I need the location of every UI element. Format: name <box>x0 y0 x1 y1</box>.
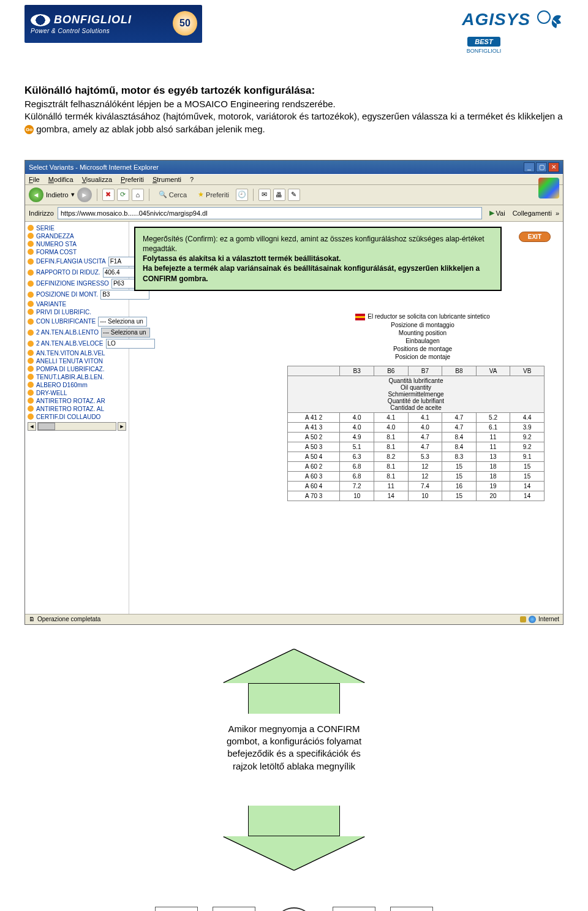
status-text: Operazione completata <box>37 616 100 622</box>
table-cell: A 60 3 <box>288 471 340 481</box>
sb-antiretro-al: ANTIRETRO ROTAZ. AL <box>36 406 104 412</box>
menu-help[interactable]: ? <box>190 176 194 183</box>
table-cell: 8.1 <box>374 471 409 481</box>
arrow-down-body <box>248 806 340 836</box>
sb-serie: SERIE <box>36 225 55 232</box>
table-cell: 12 <box>408 471 442 481</box>
table-cell: 20 <box>476 491 510 501</box>
table-head-row: B3 B6 B7 B8 VA VB <box>288 366 545 376</box>
window-titlebar: Select Variants - Microsoft Internet Exp… <box>25 161 563 174</box>
gearbox-icon-2 <box>213 907 255 911</box>
bonfiglioli-logo: BONFIGLIOLI Power & Control Solutions 50 <box>24 5 202 43</box>
sb-drywell: DRY-WELL <box>36 390 67 396</box>
sb-tenut: TENUT.LABIR.ALB.LEN. <box>36 374 104 380</box>
table-cell: A 50 3 <box>288 442 340 452</box>
callout-line-1: Megerősítés (Confirm): ez a gomb villogn… <box>143 234 493 254</box>
bullet-icon <box>28 341 34 347</box>
table-row: A 50 35.18.14.78.4119.2 <box>288 442 545 452</box>
scroll-left-button[interactable]: ◄ <box>28 422 36 431</box>
table-cell: A 41 3 <box>288 422 340 432</box>
qty-de: Schmiermittelmenge <box>292 391 540 398</box>
pos-es: Posicion de montaje <box>287 353 558 361</box>
scroll-track[interactable] <box>37 422 116 431</box>
pos-en: Mounting position <box>287 329 558 337</box>
menu-modifica[interactable]: Modifica <box>48 176 74 183</box>
table-cell: 4.1 <box>408 412 442 422</box>
search-button[interactable]: 🔍Cerca <box>154 189 191 200</box>
qty-en: Oil quantity <box>292 384 540 391</box>
links-expand-icon[interactable]: » <box>556 210 559 217</box>
table-cell: 14 <box>374 491 409 501</box>
go-button[interactable]: ▶Vai <box>486 208 509 217</box>
forward-button[interactable]: ► <box>77 187 92 202</box>
footer-icons: Gruppo Bonfiglioli <box>24 907 564 911</box>
sb-variante: VARIANTE <box>36 301 66 308</box>
intro-2a: Különálló termék kiválasztásához (hajtóm… <box>24 111 563 121</box>
exit-button[interactable]: EXIT <box>519 232 551 242</box>
table-cell: 8.4 <box>442 432 477 442</box>
menu-preferiti[interactable]: Preferiti <box>121 176 144 183</box>
scroll-thumb[interactable] <box>38 423 55 430</box>
sb-grandezza: GRANDEZZA <box>36 233 74 240</box>
fav-label: Preferiti <box>206 191 229 198</box>
stop-button[interactable]: ✖ <box>102 189 115 201</box>
table-subhead: Quantità lubrificante Oil quantity Schmi… <box>288 376 545 412</box>
th-0 <box>288 366 340 376</box>
arrow-up-head <box>224 649 364 683</box>
table-cell: 4.9 <box>340 432 374 442</box>
table-cell: 14 <box>510 491 545 501</box>
sidebar-hscroll[interactable]: ◄ ► <box>25 421 129 432</box>
bullet-icon <box>28 319 34 325</box>
browser-window: Select Variants - Microsoft Internet Exp… <box>24 160 564 625</box>
table-cell: 5.2 <box>476 412 510 422</box>
table-cell: 16 <box>442 481 477 491</box>
table-cell: 8.1 <box>374 432 409 442</box>
table-cell: 12 <box>408 461 442 471</box>
table-cell: 8.1 <box>374 442 409 452</box>
menu-file[interactable]: FFileile <box>29 176 40 183</box>
arrow-down <box>224 806 364 870</box>
sb-flangia: DEFIN.FLANGIA USCITA <box>36 258 106 265</box>
table-row: A 60 36.88.112151815 <box>288 471 545 481</box>
menu-bar: FFileile Modifica Visualizza Preferiti S… <box>25 174 563 184</box>
sb-viton-vel: AN.TEN.VITON ALB.VEL <box>36 350 105 357</box>
menu-strumenti[interactable]: Strumenti <box>153 176 181 183</box>
table-cell: 11 <box>476 442 510 452</box>
maximize-button[interactable]: ▢ <box>536 162 547 172</box>
page-header: BONFIGLIOLI Power & Control Solutions 50… <box>24 0 564 54</box>
refresh-button[interactable]: ⟳ <box>117 189 129 201</box>
close-button[interactable]: ✕ <box>548 162 559 172</box>
favorites-button[interactable]: ★Preferiti <box>194 189 233 200</box>
minimize-button[interactable]: _ <box>524 162 535 172</box>
back-dropdown-icon[interactable]: ▾ <box>71 191 75 198</box>
anniversary-badge: 50 <box>173 11 197 36</box>
qty-fr: Quantité de lubrifiant <box>292 398 540 404</box>
th-b6: B6 <box>374 366 409 376</box>
scroll-right-button[interactable]: ► <box>118 422 126 431</box>
table-cell: 9.2 <box>510 442 545 452</box>
table-cell: 8.2 <box>374 452 409 461</box>
print-button[interactable]: 🖶 <box>273 189 285 201</box>
menu-visualizza[interactable]: Visualizza <box>82 176 112 183</box>
lock-icon <box>520 616 526 622</box>
bullet-icon <box>28 309 34 315</box>
address-input[interactable] <box>58 207 482 219</box>
bullet-icon <box>28 382 34 388</box>
edit-button[interactable]: ✎ <box>288 189 300 201</box>
links-label[interactable]: Collegamenti <box>513 210 552 217</box>
home-button[interactable]: ⌂ <box>132 189 144 201</box>
status-bar: 🗎Operazione completata Internet <box>25 614 563 624</box>
table-cell: 7.2 <box>340 481 374 491</box>
gearbox-icon-3 <box>333 907 375 911</box>
table-cell: 6.8 <box>340 461 374 471</box>
history-button[interactable]: 🕘 <box>236 189 248 201</box>
mail-button[interactable]: ✉ <box>258 189 271 201</box>
table-cell: A 50 2 <box>288 432 340 442</box>
back-button[interactable]: ◄ <box>29 187 43 202</box>
sb-albero: ALBERO D160mm <box>36 382 88 388</box>
sb-ingresso: DEFINIZIONE INGRESSO <box>36 280 109 287</box>
bonfiglioli-tagline: Power & Control Solutions <box>31 28 196 34</box>
sb-anelli-viton: ANELLI TENUTA VITON <box>36 358 103 365</box>
gruppo-logo: Gruppo Bonfiglioli <box>270 907 318 911</box>
table-cell: 6.3 <box>340 452 374 461</box>
